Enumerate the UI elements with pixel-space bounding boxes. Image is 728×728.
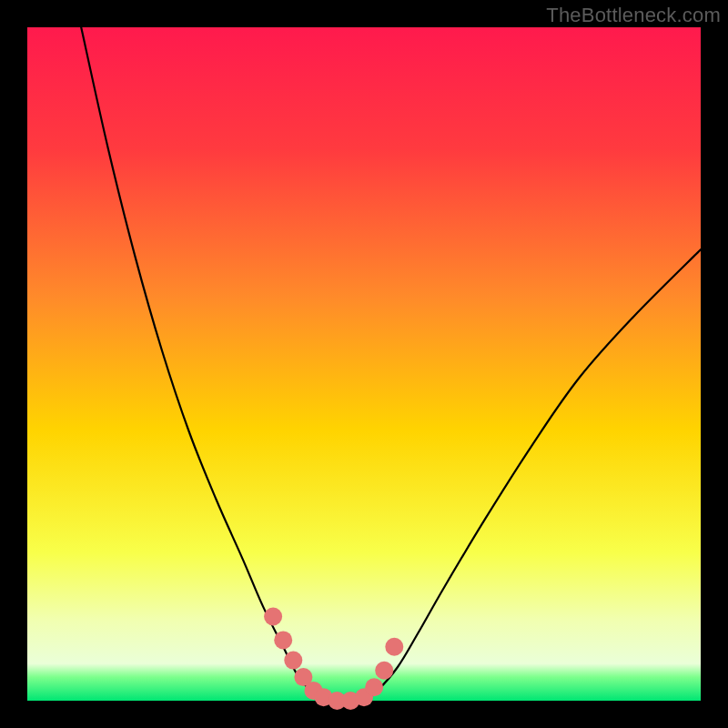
highlight-dot xyxy=(365,678,383,696)
highlight-dot xyxy=(385,638,403,656)
chart-frame xyxy=(0,0,728,728)
highlight-dot xyxy=(375,662,393,680)
highlight-dot xyxy=(274,631,292,649)
highlight-dot xyxy=(284,652,302,670)
chart-svg xyxy=(0,0,728,728)
highlight-dot xyxy=(264,608,282,626)
watermark-label: TheBottleneck.com xyxy=(546,4,721,27)
plot-background xyxy=(27,27,701,701)
